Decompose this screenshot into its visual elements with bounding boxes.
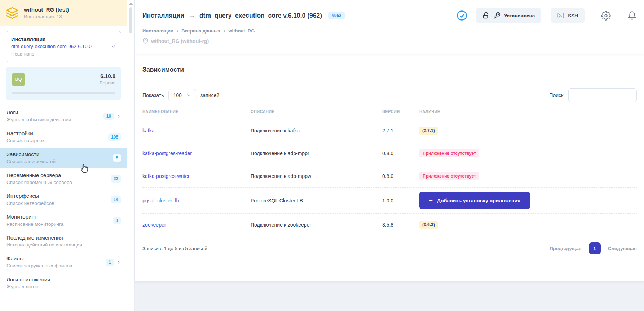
records-info: Записи с 1 до 5 из 5 записей [142, 246, 207, 251]
pagination-next[interactable]: Следующая [608, 246, 637, 251]
ssh-label: SSH [568, 13, 578, 18]
dependency-description: Подключение к adp-mppr [251, 150, 382, 156]
version-card: DQ 6.10.0 Версия [6, 67, 121, 100]
installation-label: Инсталляция [11, 36, 111, 43]
settings-button[interactable] [601, 11, 611, 21]
breadcrumb-separator: • [177, 29, 178, 34]
availability-version-badge: (2.7.1) [419, 127, 438, 135]
chevron-down-icon [186, 93, 191, 98]
table-row: kafka Подключение к kafka 2.7.1 (2.7.1) [142, 119, 637, 142]
sidebar-item-interfaces[interactable]: Интерфейсы Список интерфейсов 14 [0, 189, 127, 210]
section-heading: Зависимости [142, 54, 637, 74]
search-label: Поиск: [549, 92, 565, 98]
ssh-button[interactable]: SSH [551, 8, 585, 23]
count-badge: 16 [103, 113, 114, 120]
menu-item-subtitle: Список настроек [6, 137, 105, 144]
dependency-name-link[interactable]: pgsql_cluster_lb [142, 198, 251, 203]
dependency-version: 1.0.0 [382, 198, 419, 203]
dependency-version: 3.5.8 [382, 222, 419, 228]
notifications-button[interactable] [627, 11, 637, 20]
dependency-description: Подключение к adp-mppw [251, 173, 382, 179]
sidebar-item-dependencies[interactable]: Зависимости Список зависимостей 5 [0, 148, 127, 168]
column-header-description: ОПИСАНИЕ [251, 109, 382, 114]
page-title-prefix: Инсталляции [142, 12, 184, 19]
dependency-name-link[interactable]: kafka-postgres-reader [142, 150, 251, 156]
search-input[interactable] [568, 88, 637, 102]
map-pin-icon [142, 38, 149, 44]
menu-item-title: Интерфейсы [6, 192, 108, 200]
menu-item-subtitle: Список зависимостей [6, 158, 110, 165]
workspace-header: without_RG (test) Инсталляции: 13 [0, 0, 127, 26]
menu-item-title: Файлы [6, 255, 103, 262]
gear-icon [601, 11, 611, 21]
count-badge: 1 [113, 217, 121, 224]
table-row: kafka-postgres-writer Подключение к adp-… [142, 165, 637, 188]
menu-item-title: Зависимости [6, 151, 110, 158]
breadcrumb-item-data-mart[interactable]: Витрина данных [181, 28, 220, 34]
breadcrumb: Инсталляции • Витрина данных • without_R… [142, 28, 637, 34]
add-application-install-button[interactable]: + Добавить установку приложения [419, 192, 530, 209]
check-circle-icon [456, 10, 467, 21]
pagination-previous[interactable]: Предыдущая [550, 246, 582, 251]
table-row: pgsql_cluster_lb PostgreSQL Cluster LB 1… [142, 188, 637, 214]
bell-icon [627, 11, 637, 20]
dependency-description: PostgreSQL Cluster LB [251, 198, 382, 203]
sidebar-item-settings[interactable]: Настройки Список настроек 195 [0, 127, 127, 148]
dependency-description: Подключение к kafka [251, 128, 382, 133]
menu-item-title: Логи приложения [6, 276, 121, 283]
page-size-value: 100 [173, 92, 182, 98]
sidebar-item-monitoring[interactable]: Мониторинг Расписание мониторинга 1 [0, 210, 127, 231]
sidebar-item-files[interactable]: Файлы Список загруженных файлов 1 [0, 252, 127, 273]
records-label: записей [200, 92, 219, 98]
page-size-select[interactable]: 100 [168, 89, 196, 101]
app-window: without_RG (test) Инсталляции: 13 Инстал… [0, 0, 644, 311]
status-installed-button[interactable]: Установлена [476, 8, 541, 23]
dependency-description: Подключение к zookeeper [251, 222, 382, 228]
breadcrumb-item-installations[interactable]: Инсталляции [142, 28, 173, 34]
menu-item-subtitle: Журнал событий и действий [6, 116, 101, 123]
main-area: Инсталляции → dtm_query_execution_core v… [135, 0, 644, 311]
count-badge: 195 [108, 133, 121, 141]
pagination-page-1[interactable]: 1 [589, 242, 601, 254]
table-row: zookeeper Подключение к zookeeper 3.5.8 … [142, 214, 637, 236]
page-title-name: dtm_query_execution_core v.6.10.0 (962) [199, 12, 322, 19]
chevron-right-icon [116, 260, 121, 265]
sidebar-scrollbar[interactable] [127, 0, 135, 311]
menu-item-subtitle: Список загруженных файлов [6, 262, 103, 270]
scrollbar-up-arrow[interactable] [129, 2, 133, 5]
table-footer: Записи с 1 до 5 из 5 записей Предыдущая … [142, 242, 637, 254]
arrow-right-icon: → [189, 12, 195, 19]
sidebar: without_RG (test) Инсталляции: 13 Инстал… [0, 0, 127, 311]
count-badge: 1 [106, 259, 114, 266]
dq-badge: DQ [12, 73, 25, 86]
location-row: without_RG (without-rg) [142, 38, 637, 44]
workspace-title: without_RG (test) [24, 6, 69, 13]
dependency-name-link[interactable]: kafka-postgres-writer [142, 173, 251, 179]
installation-selector[interactable]: Инсталляция dtm-query-execution-core-962… [6, 31, 121, 62]
menu-item-subtitle: Расписание мониторинга [6, 221, 110, 228]
status-label: Установлена [504, 13, 535, 18]
column-header-name: НАИМЕНОВАНИЕ [142, 109, 251, 114]
dependencies-table: НАИМЕНОВАНИЕ ОПИСАНИЕ ВЕРСИЯ НАЛИЧИЕ kaf… [142, 109, 637, 254]
header-actions: Установлена SSH [456, 8, 637, 23]
column-header-availability: НАЛИЧИЕ [419, 109, 637, 114]
id-badge: #962 [328, 12, 345, 19]
scrollbar-thumb[interactable] [129, 7, 132, 33]
chevron-down-icon [111, 44, 116, 49]
availability-version-badge: (3.6.3) [419, 221, 438, 229]
dependency-version: 0.8.0 [382, 173, 419, 179]
installation-name-link[interactable]: dtm-query-execution-core-962-6.10.0 [11, 43, 111, 50]
layers-icon [6, 6, 19, 19]
sidebar-item-app-logs[interactable]: Логи приложения Журнал логов [0, 273, 127, 294]
plus-icon: + [429, 197, 433, 203]
sidebar-item-server-variables[interactable]: Переменные сервера Список переменных сер… [0, 168, 127, 189]
show-label: Показать [142, 92, 164, 98]
location-text: without_RG (without-rg) [151, 38, 209, 44]
dependency-name-link[interactable]: zookeeper [142, 222, 251, 228]
table-row: kafka-postgres-reader Подключение к adp-… [142, 142, 637, 165]
sidebar-item-recent-changes[interactable]: Последние изменения История действий по … [0, 231, 127, 252]
sidebar-item-logs[interactable]: Логи Журнал событий и действий 16 [0, 106, 127, 127]
menu-item-title: Логи [6, 109, 101, 116]
dependency-name-link[interactable]: kafka [142, 128, 251, 133]
dependencies-section: Зависимости Показать 100 записей Поиск: … [135, 54, 644, 281]
